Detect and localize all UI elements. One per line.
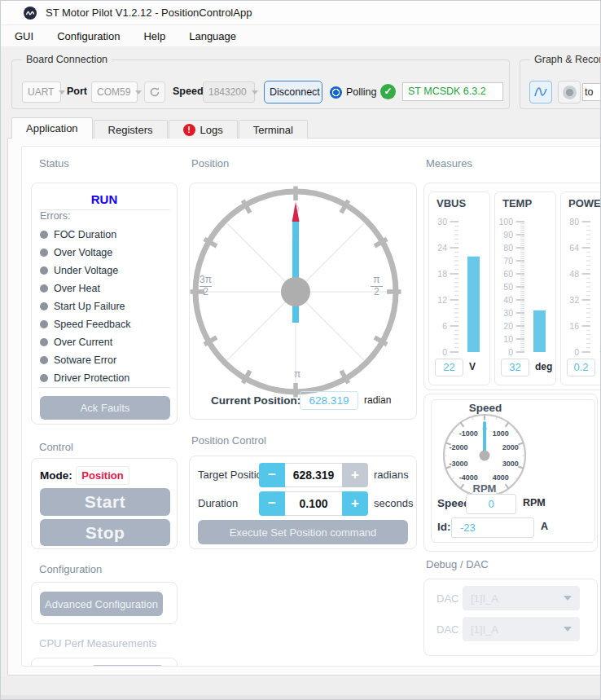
menu-gui[interactable]: GUI xyxy=(9,29,39,44)
tab-logs[interactable]: ! Logs xyxy=(169,120,238,139)
svg-text:48: 48 xyxy=(569,269,579,279)
app-window: ST Motor Pilot V1.2.12 - PositionControl… xyxy=(0,0,601,700)
application-panel: Status RUN Errors: FOC DurationOver Volt… xyxy=(21,146,601,667)
mode-label: Mode: xyxy=(40,469,72,482)
debug-dac-section-label: Debug / DAC xyxy=(426,558,489,570)
svg-text:0: 0 xyxy=(442,347,447,357)
error-led-icon xyxy=(40,320,48,328)
advanced-configuration-button[interactable]: Advanced Configuration xyxy=(40,592,163,616)
firmware-field[interactable]: ST MCSDK 6.3.2 xyxy=(402,82,503,101)
disconnect-button[interactable]: Disconnect xyxy=(264,81,322,103)
cpu-perf-partial-button[interactable] xyxy=(92,665,163,667)
target-unit-label: radians xyxy=(374,469,409,481)
refresh-button[interactable] xyxy=(144,81,165,103)
record-button[interactable] xyxy=(558,81,581,103)
dial-label-3pi2: 3π 2 xyxy=(200,275,212,298)
dac2-select[interactable]: [1]I_A xyxy=(463,617,580,641)
svg-text:24: 24 xyxy=(437,243,447,253)
port-label: Port xyxy=(67,86,87,97)
debug-dac-card: DAC 1 [1]I_A DAC 2 [1]I_A xyxy=(423,579,598,656)
error-led-icon xyxy=(40,356,48,364)
temp-value: 32 xyxy=(501,359,529,376)
measures-card: VBUS 0612182430 22 V TEMP 01020304050607… xyxy=(423,183,601,390)
control-card: Mode: Position Start Stop xyxy=(31,458,178,549)
svg-text:1000: 1000 xyxy=(493,429,509,438)
tab-registers[interactable]: Registers xyxy=(94,120,168,139)
target-position-value[interactable]: 628.319 xyxy=(285,463,342,487)
error-item: Driver Protection xyxy=(40,369,173,387)
duration-value[interactable]: 0.100 xyxy=(285,491,342,516)
tab-terminal[interactable]: Terminal xyxy=(239,120,308,139)
execute-set-position-button[interactable]: Execute Set Position command xyxy=(198,520,408,544)
svg-text:50: 50 xyxy=(503,282,513,292)
svg-text:RPM: RPM xyxy=(473,482,497,495)
duration-label: Duration xyxy=(198,497,238,509)
record-file-field[interactable]: to xyxy=(582,83,601,101)
vbus-bar-gauge: 0612182430 xyxy=(432,214,486,359)
position-control-section-label: Position Control xyxy=(191,434,266,447)
duration-plus-button[interactable]: + xyxy=(342,491,368,516)
refresh-icon xyxy=(149,86,160,98)
svg-text:-3000: -3000 xyxy=(450,460,468,468)
target-minus-button[interactable]: − xyxy=(259,463,285,487)
power-gauge: POWER 01632486480 0.2 W xyxy=(560,192,601,385)
polling-radio[interactable] xyxy=(330,86,342,99)
error-item: Over Voltage xyxy=(40,244,173,262)
error-led-icon xyxy=(40,284,48,293)
ack-faults-button[interactable]: Ack Faults xyxy=(40,396,170,420)
error-item: Over Heat xyxy=(40,280,173,297)
speed-field-unit: RPM xyxy=(523,497,546,508)
stop-button[interactable]: Stop xyxy=(40,519,170,546)
port-select[interactable]: COM59 xyxy=(91,81,138,103)
app-logo-icon xyxy=(23,6,37,20)
chevron-down-icon xyxy=(252,90,258,95)
dial-label-pi: π xyxy=(294,368,300,380)
error-item: Start Up Failure xyxy=(40,297,173,315)
minus-icon: − xyxy=(268,495,276,511)
current-position-label: Current Position: xyxy=(211,394,300,407)
error-led-icon xyxy=(40,249,48,257)
port-value: COM59 xyxy=(97,86,130,98)
svg-text:4000: 4000 xyxy=(493,473,509,482)
svg-text:18: 18 xyxy=(437,269,447,279)
svg-text:16: 16 xyxy=(569,321,579,331)
current-position-value: 628.319 xyxy=(300,391,358,410)
svg-text:20: 20 xyxy=(503,321,513,331)
menu-language[interactable]: Language xyxy=(183,29,242,44)
svg-text:0: 0 xyxy=(508,347,513,357)
dac1-select[interactable]: [1]I_A xyxy=(463,586,580,610)
dac1-value: [1]I_A xyxy=(471,592,498,605)
svg-text:3000: 3000 xyxy=(502,460,519,468)
interface-select[interactable]: UART xyxy=(22,81,61,103)
tab-content-frame: Status RUN Errors: FOC DurationOver Volt… xyxy=(7,138,601,676)
id-field-unit: A xyxy=(541,521,548,532)
error-item: Speed Feedback xyxy=(40,315,173,333)
plus-icon: + xyxy=(351,495,359,511)
start-button[interactable]: Start xyxy=(40,488,170,516)
status-card: RUN Errors: FOC DurationOver VoltageUnde… xyxy=(31,183,178,425)
chevron-down-icon xyxy=(135,90,142,95)
svg-text:30: 30 xyxy=(437,217,447,227)
menu-configuration[interactable]: Configuration xyxy=(51,29,125,44)
tab-bar: Application Registers ! Logs Terminal xyxy=(11,117,309,139)
mode-value: Position xyxy=(76,466,129,485)
svg-text:32: 32 xyxy=(569,295,579,305)
svg-text:90: 90 xyxy=(503,230,513,240)
svg-text:70: 70 xyxy=(503,256,513,266)
error-led-icon xyxy=(40,302,48,310)
dial-label-pi2: π 2 xyxy=(371,275,383,298)
graph-record-group: Graph & Record to xyxy=(520,59,601,109)
speed-select[interactable]: 1843200 xyxy=(203,81,255,103)
graph-button[interactable] xyxy=(529,81,552,103)
target-plus-button[interactable]: + xyxy=(342,463,368,487)
svg-text:10: 10 xyxy=(503,334,513,344)
tab-application[interactable]: Application xyxy=(11,117,93,139)
speed-section-card: Speed -4000-3000-2000-100001000200030004… xyxy=(423,394,598,552)
position-control-card: Target Position − 628.319 + radians Dura… xyxy=(189,456,417,549)
speed-field-value[interactable]: 0 xyxy=(466,494,516,514)
svg-text:0: 0 xyxy=(574,347,579,357)
duration-minus-button[interactable]: − xyxy=(259,491,285,516)
id-field-value[interactable]: -23 xyxy=(451,517,534,538)
menu-help[interactable]: Help xyxy=(138,29,171,44)
power-title: POWER xyxy=(568,197,601,209)
